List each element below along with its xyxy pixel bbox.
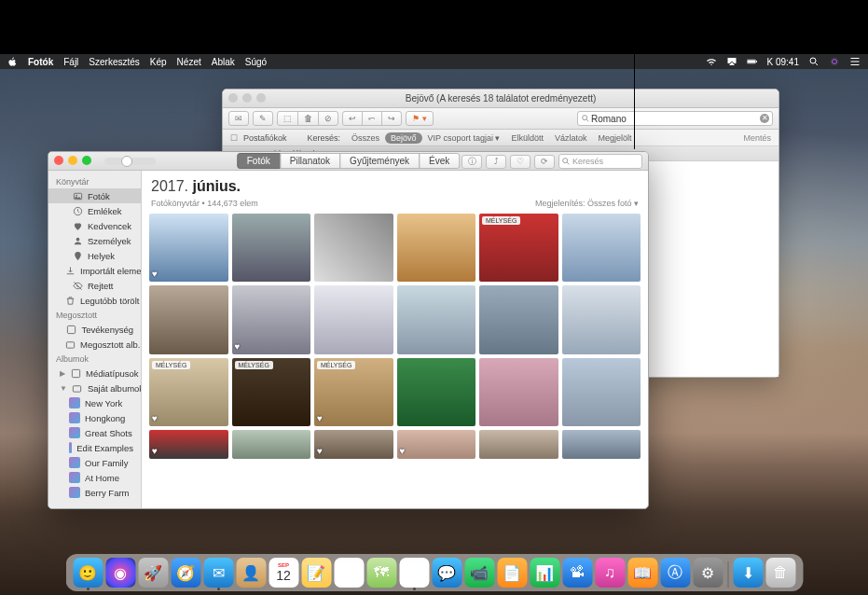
dock-calendar[interactable]: SEP12 [269,558,298,588]
dock-reminders[interactable]: ☑︎ [334,558,364,588]
dock-launchpad[interactable]: 🚀 [138,558,168,588]
dock-ibooks[interactable]: 📖 [627,558,657,588]
dock-appstore[interactable]: Ⓐ [660,558,690,588]
search-scope-chip[interactable]: Vázlatok [549,132,593,144]
sidebar-item[interactable]: Importált elemek [48,263,141,278]
sidebar-item[interactable]: Fotók [48,188,141,203]
disclosure-triangle-icon[interactable]: ▶ [60,369,65,378]
view-tab[interactable]: Fotók [237,153,281,169]
view-tab[interactable]: Pillanatok [280,153,340,169]
sidebar-item[interactable]: ▼Saját albumok [48,381,141,395]
traffic-close[interactable] [54,156,63,165]
sidebar-item[interactable]: Emlékek [48,203,141,218]
photo-thumbnail[interactable] [314,285,393,353]
photo-thumbnail[interactable] [397,214,476,282]
siri-icon[interactable] [829,56,840,67]
reply-all-button[interactable]: ⤺ [362,111,382,126]
share-button[interactable]: ⤴ [486,155,506,169]
photo-thumbnail[interactable]: MÉLYSÉG♥ [314,358,393,426]
photo-thumbnail[interactable]: ♥ [314,430,393,458]
photos-titlebar[interactable]: FotókPillanatokGyűjteményekÉvek ⓘ ⤴ ♡ ⟳ … [48,152,648,171]
mail-titlebar[interactable]: Bejövő (A keresés 18 találatot eredménye… [223,90,778,108]
dock-trash[interactable]: 🗑 [765,558,795,588]
sidebar-album-item[interactable]: Edit Examples [48,440,141,455]
photo-thumbnail[interactable]: ♥ [149,430,228,458]
photo-thumbnail[interactable] [232,430,311,458]
sidebar-item[interactable]: Kedvencek [48,218,141,233]
mailboxes-label[interactable]: Postafiókok [243,133,287,143]
menubar-clock[interactable]: K 09:41 [767,57,799,67]
sidebar-item[interactable]: Tevékenység [48,322,141,337]
menubar-item[interactable]: Fájl [63,57,78,67]
search-scope-chip[interactable]: Elküldött [505,132,549,144]
traffic-close[interactable] [228,93,238,103]
menubar-app-name[interactable]: Fotók [28,57,53,67]
dock-maps[interactable]: 🗺 [366,558,396,588]
photo-thumbnail[interactable] [232,214,311,282]
view-tab[interactable]: Gyűjtemények [339,153,420,169]
dock-preferences[interactable]: ⚙︎ [693,558,723,588]
notification-center-icon[interactable] [849,56,861,67]
disclosure-triangle-icon[interactable]: ▼ [60,384,67,393]
airplay-icon[interactable] [726,56,737,67]
traffic-minimize[interactable] [68,156,77,165]
sidebar-album-item[interactable]: Hongkong [48,410,141,425]
wifi-icon[interactable] [706,56,717,67]
display-filter[interactable]: Megjelenítés: Összes fotó ▾ [535,199,639,208]
photo-thumbnail[interactable] [562,430,641,458]
favorite-button[interactable]: ♡ [510,155,530,169]
reply-button[interactable]: ↩ [342,111,363,126]
mail-search-field[interactable]: Romano ✕ [577,111,773,126]
traffic-zoom[interactable] [82,156,91,165]
battery-icon[interactable] [747,56,758,67]
photo-thumbnail[interactable]: ♥ [149,214,228,282]
flag-button[interactable]: ⚑ ▾ [406,111,434,126]
photo-thumbnail[interactable] [479,285,558,353]
sidebar-album-item[interactable]: At Home [48,470,141,485]
photo-thumbnail[interactable]: MÉLYSÉG [479,214,558,282]
sidebar-album-item[interactable]: Our Family [48,455,141,470]
photo-thumbnail[interactable] [397,285,476,353]
dock-downloads[interactable]: ⬇︎ [733,558,763,588]
dock-itunes[interactable]: ♫ [595,558,625,588]
sidebar-item[interactable]: Személyek [48,233,141,248]
search-scope-chip[interactable]: VIP csoport tagjai ▾ [422,132,506,144]
spotlight-icon[interactable] [808,56,820,67]
search-scope-chip[interactable]: Bejövő [385,132,422,144]
menubar-item[interactable]: Súgó [245,57,267,67]
save-search-button[interactable]: Mentés [743,133,771,143]
sidebar-item[interactable]: Megosztott alb... [48,337,141,352]
photo-thumbnail[interactable]: ♥ [232,285,311,353]
photo-thumbnail[interactable] [562,358,641,426]
sidebar-item[interactable]: Legutóbb törölt [48,293,141,308]
dock-keynote[interactable]: 📽 [562,558,592,588]
dock-numbers[interactable]: 📊 [530,558,559,588]
traffic-zoom[interactable] [256,93,266,103]
dock-facetime[interactable]: 📹 [464,558,494,588]
forward-button[interactable]: ↪ [381,111,402,126]
dock-siri[interactable]: ◉ [105,558,135,588]
traffic-minimize[interactable] [242,93,252,103]
menubar-item[interactable]: Kép [150,57,167,67]
menubar-item[interactable]: Nézet [177,57,201,67]
clear-search-icon[interactable]: ✕ [760,114,769,123]
info-button[interactable]: ⓘ [462,155,482,169]
zoom-slider[interactable] [104,158,156,165]
photos-search-field[interactable]: Keresés [558,154,642,169]
dock-contacts[interactable]: 👤 [236,558,266,588]
photo-thumbnail[interactable] [479,430,558,458]
dock-finder[interactable]: 🙂 [73,558,103,588]
delete-button[interactable]: 🗑 [297,111,319,126]
apple-menu-icon[interactable] [7,57,18,67]
rotate-button[interactable]: ⟳ [534,155,555,169]
menubar-item[interactable]: Ablak [212,57,235,67]
photo-thumbnail[interactable] [562,285,641,353]
search-scope-chip[interactable]: Összes [346,132,385,144]
photo-thumbnail[interactable]: MÉLYSÉG [232,358,311,426]
sidebar-album-item[interactable]: Berry Farm [48,485,141,500]
view-tab[interactable]: Évek [419,153,460,169]
photo-thumbnail[interactable] [479,358,558,426]
archive-button[interactable]: ⬚ [277,111,298,126]
photo-thumbnail[interactable] [562,214,641,282]
dock-mail[interactable]: ✉︎ [203,558,233,588]
